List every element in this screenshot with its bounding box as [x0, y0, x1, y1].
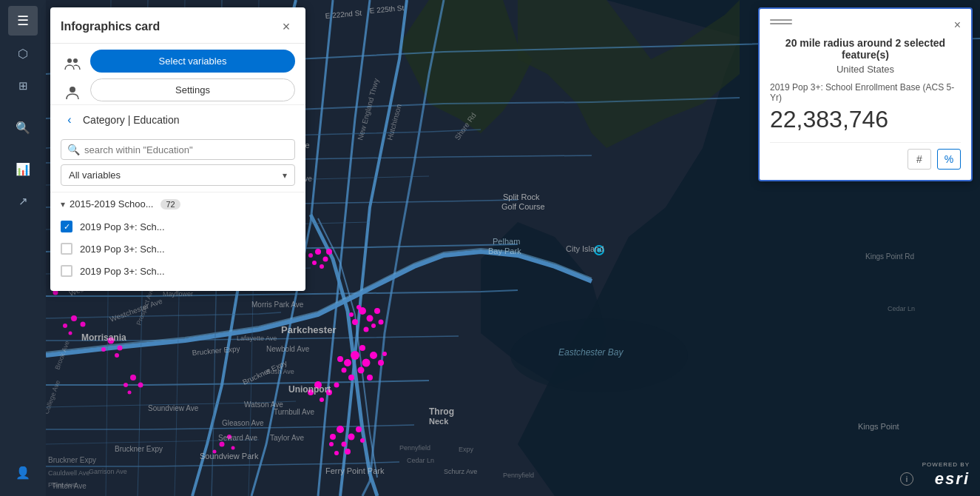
svg-text:Pelham: Pelham [493, 237, 520, 246]
settings-btn[interactable]: Settings [90, 78, 295, 101]
svg-point-79 [101, 347, 106, 352]
drag-handle[interactable] [770, 19, 792, 24]
user-icon: 👤 [16, 466, 30, 480]
category-nav: ‹ Category | Education [50, 104, 305, 135]
info-card-close-btn[interactable]: × [954, 19, 961, 31]
svg-text:Bay Park: Bay Park [488, 247, 521, 255]
svg-text:Lafayette Ave: Lafayette Ave [237, 335, 277, 342]
toolbar-menu-btn[interactable]: ☰ [8, 6, 38, 36]
svg-point-21 [356, 305, 361, 309]
svg-text:City Island: City Island [566, 244, 604, 253]
svg-point-10 [315, 249, 321, 255]
svg-point-49 [345, 449, 351, 455]
svg-text:Turnbull Ave: Turnbull Ave [274, 408, 314, 416]
info-card-header: × [770, 19, 961, 31]
variables-dropdown[interactable]: All variables ▾ [61, 164, 295, 186]
person-icon-btn[interactable] [61, 81, 84, 104]
svg-point-30 [337, 356, 343, 362]
svg-text:Expy: Expy [459, 446, 474, 453]
variable-label-1: 2019 Pop 3+: Sch... [80, 221, 165, 232]
group-header[interactable]: ▾ 2015-2019 Schoo... 72 [50, 192, 305, 215]
variable-item-1[interactable]: 2019 Pop 3+: Sch... [50, 215, 305, 238]
checkbox-2[interactable] [61, 243, 72, 255]
svg-text:Seward Ave: Seward Ave [218, 434, 258, 442]
svg-point-17 [367, 315, 374, 322]
toolbar-grid-btn[interactable]: ⊞ [8, 71, 38, 101]
svg-point-19 [374, 308, 380, 314]
toolbar-share-btn[interactable]: ↗ [8, 187, 38, 216]
dropdown-label: All variables [69, 170, 121, 181]
group-count-badge: 72 [160, 199, 180, 210]
svg-point-13 [326, 249, 332, 255]
svg-text:Newbold Ave: Newbold Ave [266, 345, 310, 353]
drag-line-1 [770, 19, 792, 21]
layers-icon: ⬡ [18, 47, 28, 61]
svg-point-76 [128, 391, 132, 395]
svg-point-48 [360, 438, 365, 443]
search-box: 🔍 [61, 139, 295, 160]
group-collapse-icon: ▾ [61, 199, 65, 210]
select-variables-btn[interactable]: Select variables [90, 50, 295, 73]
svg-point-43 [348, 434, 355, 440]
svg-text:Ferry Point Park: Ferry Point Park [325, 466, 385, 475]
svg-point-24 [379, 320, 384, 325]
menu-icon: ☰ [17, 13, 29, 29]
svg-point-75 [138, 383, 143, 388]
toolbar-layers-btn[interactable]: ⬡ [8, 38, 38, 68]
svg-text:Mayflower: Mayflower [163, 290, 193, 298]
svg-text:Kings Point Rd: Kings Point Rd [865, 252, 914, 261]
svg-point-32 [348, 375, 354, 381]
variable-label-3: 2019 Pop 3+: Sch... [80, 266, 165, 277]
svg-point-31 [378, 360, 384, 366]
svg-text:Golf Course: Golf Course [501, 202, 545, 211]
svg-text:Pennyfield: Pennyfield [399, 444, 430, 452]
info-card-value: 22,383,746 [770, 106, 961, 133]
group-label: 2015-2019 Schoo... [70, 198, 153, 210]
svg-point-141 [67, 58, 72, 63]
info-card: × 20 mile radius around 2 selected featu… [758, 7, 973, 181]
svg-point-63 [69, 332, 72, 335]
svg-text:Morris Park Ave: Morris Park Ave [251, 301, 304, 309]
panel-header: Infographics card × [50, 7, 305, 44]
hash-format-btn[interactable]: # [908, 149, 931, 170]
variable-item-2[interactable]: 2019 Pop 3+: Sch... [50, 238, 305, 260]
svg-point-73 [130, 375, 136, 381]
panel-title: Infographics card [61, 20, 160, 33]
toolbar-search-btn[interactable]: 🔍 [8, 113, 38, 142]
search-input[interactable] [84, 144, 288, 155]
svg-point-44 [330, 434, 336, 440]
info-button[interactable]: i [900, 472, 913, 486]
svg-point-60 [71, 315, 77, 321]
svg-text:Morrisania: Morrisania [81, 332, 126, 343]
variables-scroll-area[interactable]: ▾ 2015-2019 Schoo... 72 2019 Pop 3+: Sch… [50, 192, 305, 282]
checkbox-3[interactable] [61, 265, 72, 277]
panel-close-btn[interactable]: × [277, 18, 295, 36]
percent-format-btn[interactable]: % [937, 149, 961, 170]
svg-point-46 [342, 442, 347, 447]
info-card-country: United States [770, 64, 961, 75]
svg-point-62 [81, 322, 86, 327]
back-btn[interactable]: ‹ [61, 111, 78, 129]
checkbox-1[interactable] [61, 221, 72, 232]
variable-label-2: 2019 Pop 3+: Sch... [80, 244, 165, 255]
svg-text:Kings Point: Kings Point [858, 422, 899, 431]
svg-text:Bush Ave: Bush Ave [266, 368, 294, 375]
svg-text:Split Rock: Split Rock [503, 192, 540, 201]
toolbar-user-btn[interactable]: 👤 [8, 458, 38, 487]
svg-point-78 [118, 346, 123, 351]
svg-point-23 [349, 312, 354, 317]
svg-point-42 [337, 426, 344, 433]
svg-text:Soundview Park: Soundview Park [200, 452, 259, 460]
info-icon: i [906, 475, 908, 483]
svg-point-26 [362, 359, 371, 367]
svg-text:Pennyfield: Pennyfield [503, 472, 534, 479]
variable-item-3[interactable]: 2019 Pop 3+: Sch... [50, 260, 305, 282]
toolbar-chart-btn[interactable]: 📊 [8, 154, 38, 184]
svg-point-35 [342, 368, 347, 373]
svg-point-69 [220, 442, 225, 447]
people-icon-btn[interactable] [61, 53, 84, 76]
svg-text:Throg: Throg [429, 406, 454, 417]
dropdown-arrow-icon: ▾ [283, 170, 287, 181]
svg-point-15 [308, 253, 313, 258]
svg-text:Point Ave: Point Ave [48, 481, 76, 489]
